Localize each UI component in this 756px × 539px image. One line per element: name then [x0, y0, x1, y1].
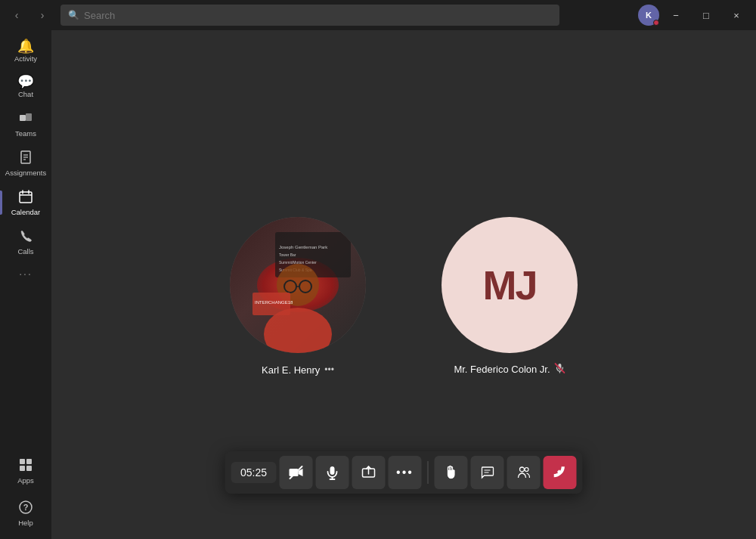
participants-button[interactable] — [507, 456, 541, 489]
participant-name-1: Karl E. Henry ••• — [262, 364, 334, 376]
sidebar-bottom: Apps ? Help — [0, 451, 51, 539]
participant-video-1: Joseph Gentleman Park Tower Bar Summit/M… — [230, 217, 366, 353]
activity-icon: 🔔 — [17, 39, 34, 53]
close-button[interactable]: × — [723, 5, 750, 26]
sidebar-item-apps[interactable]: Apps — [0, 451, 51, 491]
participant-2: MJ Mr. Federico Colon Jr. — [442, 217, 578, 353]
mic-off-icon — [555, 363, 565, 376]
sidebar-label-chat: Chat — [18, 90, 33, 98]
svg-point-38 — [520, 467, 525, 472]
sidebar-item-more[interactable]: ··· — [0, 262, 51, 286]
sidebar-label-calls: Calls — [17, 247, 33, 256]
search-input[interactable] — [84, 10, 552, 21]
maximize-button[interactable]: □ — [692, 5, 720, 26]
sidebar-label-activity: Activity — [14, 54, 37, 63]
sidebar-item-activity[interactable]: 🔔 Activity — [0, 33, 51, 69]
user-avatar[interactable]: K — [638, 5, 659, 26]
search-bar: 🔍 — [60, 5, 559, 26]
calls-icon — [18, 228, 33, 246]
share-button[interactable] — [352, 456, 386, 489]
sidebar-item-assignments[interactable]: Assignments — [0, 144, 51, 183]
svg-text:Joseph Gentleman Park: Joseph Gentleman Park — [279, 245, 328, 249]
sidebar-item-calendar[interactable]: Calendar — [0, 183, 51, 222]
mic-button[interactable] — [316, 456, 349, 489]
search-icon: 🔍 — [68, 10, 79, 20]
controls-divider — [428, 461, 429, 484]
apps-icon — [18, 457, 33, 475]
status-dot — [653, 20, 659, 26]
sidebar-item-chat[interactable]: 💬 Chat — [0, 69, 51, 104]
title-bar-right: K − □ × — [638, 5, 750, 26]
participant-initials-2: MJ — [482, 262, 536, 308]
back-button[interactable]: ‹ — [6, 5, 27, 26]
end-call-button[interactable] — [544, 456, 577, 489]
sidebar-label-apps: Apps — [17, 476, 34, 485]
nav-arrows: ‹ › — [6, 5, 53, 26]
teams-icon — [18, 110, 33, 128]
minimize-button[interactable]: − — [662, 5, 689, 26]
participant-1: Joseph Gentleman Park Tower Bar Summit/M… — [230, 217, 366, 353]
help-icon: ? — [18, 500, 33, 517]
more-actions-button[interactable]: ••• — [389, 456, 422, 489]
calendar-icon — [18, 189, 33, 206]
sidebar-label-calendar: Calendar — [11, 208, 41, 216]
svg-text:INTERCHANGE18: INTERCHANGE18 — [255, 300, 293, 305]
assignments-icon — [18, 150, 33, 167]
chat-icon: 💬 — [17, 75, 34, 88]
call-controls: 05:25 — [225, 451, 583, 494]
participant-name-2: Mr. Federico Colon Jr. — [454, 363, 565, 376]
call-timer: 05:25 — [231, 462, 277, 483]
call-chat-button[interactable] — [471, 456, 504, 489]
sidebar-label-help: Help — [18, 519, 33, 527]
sidebar-label-assignments: Assignments — [5, 169, 46, 177]
participant-avatar-2: MJ — [442, 217, 578, 353]
svg-rect-13 — [26, 466, 32, 471]
svg-rect-6 — [20, 192, 32, 203]
svg-rect-11 — [26, 459, 32, 464]
video-feed-1: Joseph Gentleman Park Tower Bar Summit/M… — [230, 217, 366, 353]
title-bar: ‹ › 🔍 K − □ × — [0, 0, 756, 30]
raise-hand-button[interactable] — [435, 456, 468, 489]
forward-button[interactable]: › — [32, 5, 53, 26]
sidebar-label-teams: Teams — [15, 129, 36, 138]
sidebar-item-help[interactable]: ? Help — [0, 494, 51, 533]
svg-text:Tower Bar: Tower Bar — [279, 252, 296, 257]
svg-rect-12 — [20, 466, 25, 471]
app-body: 🔔 Activity 💬 Chat Teams — [0, 30, 756, 539]
svg-rect-10 — [20, 459, 25, 464]
video-toggle-button[interactable] — [280, 456, 313, 489]
participant-1-more-icon[interactable]: ••• — [324, 364, 334, 375]
svg-point-39 — [525, 468, 528, 472]
call-area: Joseph Gentleman Park Tower Bar Summit/M… — [51, 30, 756, 539]
svg-text:?: ? — [23, 503, 29, 512]
sidebar: 🔔 Activity 💬 Chat Teams — [0, 30, 51, 539]
sidebar-item-teams[interactable]: Teams — [0, 104, 51, 144]
more-icon: ··· — [19, 268, 33, 280]
svg-rect-0 — [20, 115, 26, 121]
svg-rect-1 — [26, 113, 32, 121]
sidebar-item-calls[interactable]: Calls — [0, 222, 51, 262]
